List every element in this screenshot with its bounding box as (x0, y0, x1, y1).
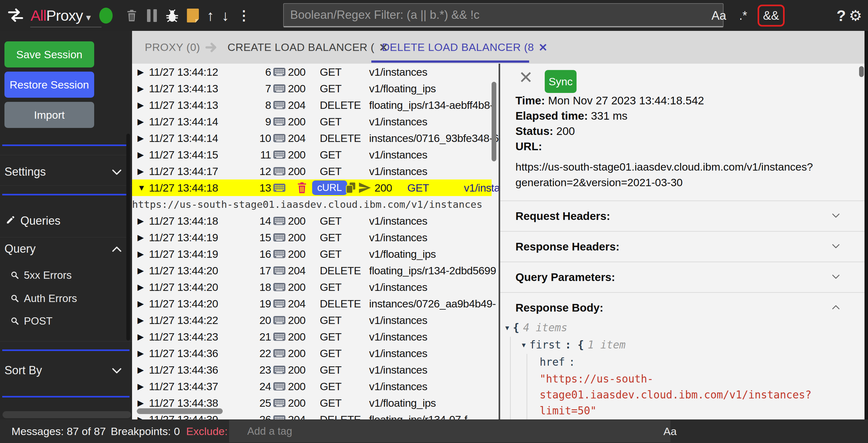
table-row[interactable]: ▶11/27 13:44:126200GETv1/instances (132, 64, 492, 80)
collapse-triangle-icon[interactable]: ▼ (522, 341, 526, 349)
import-button[interactable]: Import (4, 102, 94, 128)
table-row[interactable]: ▶11/27 13:44:1511200GETv1/instances (132, 146, 492, 163)
tab-label: CREATE LOAD BALANCER ( (227, 41, 374, 54)
row-status: 200 (288, 347, 306, 360)
chevron-down-icon (111, 165, 122, 179)
row-expander-icon[interactable]: ▶ (137, 282, 144, 292)
scroll-up-icon[interactable]: ↑ (207, 8, 214, 23)
restore-session-button[interactable]: Restore Session (4, 71, 94, 98)
table-row[interactable]: ▶11/27 13:44:138204DELETEfloating_ips/r1… (132, 97, 492, 113)
table-row[interactable]: ▶11/27 13:44:137200GETv1/floating_ips (132, 80, 492, 97)
curl-badge[interactable]: cURL (312, 180, 347, 195)
row-expander-icon[interactable]: ▶ (137, 134, 144, 143)
tab-create-load-balancer[interactable]: CREATE LOAD BALANCER ( ✕ (227, 31, 388, 64)
row-expander-icon[interactable]: ▶ (137, 415, 144, 420)
row-expander-icon[interactable]: ▶ (137, 167, 144, 176)
json-root-node[interactable]: ▼ { 4 items (505, 321, 567, 334)
table-row[interactable]: ▶11/27 13:44:2018200GETv1/instances (132, 279, 492, 295)
row-expander-icon[interactable]: ▶ (137, 299, 144, 309)
table-row[interactable]: ▶11/27 13:44:149200GETv1/instances (132, 113, 492, 130)
table-vertical-scrollbar[interactable] (492, 82, 496, 161)
table-row[interactable]: ▶11/27 13:44:1814200GETv1/instances (132, 213, 492, 229)
sidebar-query-post[interactable]: POST (10, 314, 53, 329)
help-icon[interactable]: ? (837, 7, 846, 24)
detail-vertical-scrollbar[interactable] (859, 66, 864, 77)
divider (0, 185, 132, 185)
row-expander-icon[interactable]: ▶ (137, 332, 144, 342)
statusbar-match-case-toggle[interactable]: Aa (663, 425, 677, 438)
sidebar-horizontal-scrollbar[interactable] (3, 411, 131, 418)
add-tag-input[interactable] (229, 420, 671, 442)
row-time: 11/27 13:44:37 (149, 380, 218, 393)
clear-trash-icon[interactable] (126, 9, 137, 22)
row-status: 200 (288, 314, 306, 327)
row-expander-icon[interactable]: ▶ (137, 117, 144, 127)
table-row[interactable]: ▶11/27 13:44:2017204DELETEfloating_ips/r… (132, 262, 492, 279)
bug-debug-icon[interactable] (165, 8, 179, 23)
tab-proxy[interactable]: PROXY (0) (145, 31, 219, 64)
sidebar-item-queries[interactable]: Queries (6, 214, 60, 228)
save-session-button[interactable]: Save Session (4, 41, 94, 67)
boolean-filter-toggle-active[interactable]: && (757, 4, 785, 26)
recording-status-dot[interactable] (99, 8, 113, 24)
match-case-toggle[interactable]: Aa (711, 8, 726, 22)
row-number: 20 (247, 314, 271, 327)
copy-icon[interactable] (345, 181, 357, 194)
row-expander-icon[interactable]: ▼ (137, 183, 146, 193)
keyboard-icon (273, 116, 286, 127)
row-expander-icon[interactable]: ▶ (137, 349, 144, 358)
sidebar-query-5xx-errors[interactable]: 5xx Errors (10, 268, 71, 283)
row-expander-icon[interactable]: ▶ (137, 216, 144, 226)
table-row[interactable]: ▶11/27 13:44:2019204DELETEinstances/0726… (132, 295, 492, 312)
row-expander-icon[interactable]: ▶ (137, 150, 144, 160)
table-row[interactable]: ▶11/27 13:44:3623200GETv1/instances (132, 361, 492, 378)
sidebar-item-settings[interactable]: Settings (0, 162, 127, 182)
gear-settings-icon[interactable]: ⚙ (849, 7, 862, 24)
exclude-label[interactable]: Exclude: (186, 425, 227, 438)
row-expander-icon[interactable]: ▶ (137, 84, 144, 94)
row-expander-icon[interactable]: ▶ (137, 398, 144, 408)
resend-paper-plane-icon[interactable] (358, 181, 371, 194)
pause-icon[interactable] (147, 9, 157, 22)
table-row[interactable]: ▶11/27 13:44:1916200GETv1/floating_ips (132, 246, 492, 262)
sidebar-item-sort-by[interactable]: Sort By (0, 360, 127, 381)
sidebar-item-query[interactable]: Query (0, 239, 127, 259)
table-row[interactable]: ▶11/27 13:44:1410204DELETEinstances/0716… (132, 130, 492, 146)
divider (2, 349, 129, 351)
delete-request-trash-icon[interactable] (297, 181, 307, 194)
row-expander-icon[interactable]: ▶ (137, 365, 144, 375)
row-expander-icon[interactable]: ▶ (137, 315, 144, 325)
row-time: 11/27 13:44:39 (149, 413, 218, 420)
regex-toggle[interactable]: .* (739, 8, 747, 22)
table-row[interactable]: ▼11/27 13:44:1813cURL200GETv1/instance (132, 179, 492, 196)
table-row[interactable]: ▶11/27 13:44:2220200GETv1/instances (132, 312, 492, 328)
collapse-triangle-icon[interactable]: ▼ (505, 324, 509, 332)
filter-input[interactable] (283, 3, 723, 27)
table-horizontal-scrollbar[interactable] (137, 408, 223, 414)
table-row[interactable]: ▶11/27 13:44:3724200GETv1/instances (132, 378, 492, 395)
row-expander-icon[interactable]: ▶ (137, 382, 144, 391)
table-row[interactable]: ▶11/27 13:44:2321200GETv1/instances (132, 328, 492, 345)
tab-delete-load-balancer-active[interactable]: DELETE LOAD BALANCER (8 ✕ (382, 31, 548, 64)
query-label: Query (4, 242, 36, 256)
row-expander-icon[interactable]: ▶ (137, 266, 144, 275)
row-expander-icon[interactable]: ▶ (137, 233, 144, 242)
row-expander-icon[interactable]: ▶ (137, 67, 144, 77)
sidebar-query-auth-errors[interactable]: Auth Errors (10, 291, 77, 306)
row-expander-icon[interactable]: ▶ (137, 100, 144, 110)
json-first-node[interactable]: ▼ first : { 1 item (522, 338, 625, 351)
row-number: 15 (247, 231, 271, 244)
table-row[interactable]: ▶11/27 13:44:1915200GETv1/instances (132, 229, 492, 246)
scroll-down-icon[interactable]: ↓ (221, 8, 229, 23)
table-row[interactable]: ▶11/27 13:44:1712200GETv1/instances (132, 163, 492, 179)
note-tag-icon[interactable] (187, 8, 199, 23)
table-row[interactable]: ▶11/27 13:44:3622200GETv1/instances (132, 345, 492, 361)
close-icon[interactable]: ✕ (538, 41, 548, 54)
row-method: GET (320, 215, 341, 227)
app-title-menu[interactable]: AllProxy▾ (31, 7, 90, 24)
row-time: 11/27 13:44:20 (149, 298, 218, 310)
chevron-up-icon (111, 242, 122, 256)
more-menu-kebab-icon[interactable]: ⋮ (237, 9, 250, 22)
row-expander-icon[interactable]: ▶ (137, 249, 144, 259)
sidebar-vertical-scrollbar[interactable] (126, 134, 130, 341)
